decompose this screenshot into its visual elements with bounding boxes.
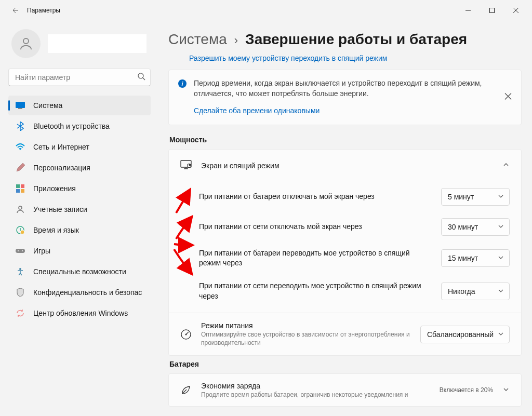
- nav-gaming[interactable]: Игры: [8, 241, 151, 261]
- bluetooth-icon: [16, 122, 25, 131]
- battery-saver-panel: Экономия заряда Продлите время работы ба…: [168, 373, 522, 407]
- nav-windows-update[interactable]: Центр обновления Windows: [8, 303, 151, 323]
- setting-row: При питании от батареи переводить мое ус…: [180, 242, 510, 275]
- nav-apps[interactable]: Приложения: [8, 179, 151, 198]
- minimize-button[interactable]: [456, 2, 480, 19]
- search: [8, 69, 151, 86]
- nav-network[interactable]: Сеть и Интернет: [8, 137, 151, 157]
- back-button[interactable]: [4, 2, 25, 19]
- apps-icon: [16, 184, 25, 193]
- sleep-battery-dropdown[interactable]: 15 минут: [441, 249, 510, 267]
- info-action-link[interactable]: Сделайте оба времени одинаковыми: [194, 106, 512, 116]
- nav-label: Время и язык: [33, 226, 79, 234]
- chevron-up-icon: [502, 161, 510, 170]
- update-icon: [16, 308, 25, 318]
- wifi-icon: [16, 142, 25, 152]
- nav-time-language[interactable]: Время и язык: [8, 220, 151, 240]
- screen-sleep-header[interactable]: Экран и спящий режим: [169, 150, 521, 182]
- chevron-down-icon: [498, 287, 504, 296]
- breadcrumb: Система › Завершение работы и батарея: [168, 31, 522, 48]
- svg-rect-6: [16, 184, 20, 188]
- nav-label: Сеть и Интернет: [33, 143, 89, 151]
- info-icon: i: [178, 79, 187, 88]
- nav-system[interactable]: Система: [8, 96, 151, 115]
- system-icon: [16, 101, 25, 110]
- setting-row: При питании от батареи отключать мой экр…: [180, 182, 510, 212]
- svg-point-16: [19, 268, 21, 270]
- screen-sleep-panel: Экран и спящий режим: [168, 149, 522, 356]
- nav-label: Приложения: [33, 184, 76, 193]
- svg-rect-9: [21, 189, 24, 193]
- setting-label: При питании от батареи переводить мое ус…: [180, 248, 433, 269]
- svg-point-12: [20, 230, 24, 234]
- window-title: Параметры: [27, 7, 60, 14]
- setting-list: При питании от батареи отключать мой экр…: [169, 182, 521, 313]
- avatar: [11, 29, 41, 58]
- nav-accessibility[interactable]: Специальные возможности: [8, 262, 151, 281]
- svg-rect-13: [16, 249, 25, 253]
- nav-label: Система: [33, 101, 62, 110]
- page-title: Завершение работы и батарея: [245, 31, 467, 48]
- svg-point-20: [185, 333, 187, 335]
- battery-saver-header[interactable]: Экономия заряда Продлите время работы ба…: [169, 374, 521, 406]
- nav-accounts[interactable]: Учетные записи: [8, 199, 151, 219]
- setting-label: При питании от сети переводить мое устро…: [180, 281, 433, 301]
- svg-rect-4: [18, 108, 22, 109]
- close-button[interactable]: [504, 2, 528, 19]
- screen-icon: [180, 160, 192, 171]
- svg-point-10: [19, 206, 22, 209]
- info-text: Период времени, когда экран выключается …: [194, 79, 482, 98]
- maximize-button[interactable]: [480, 2, 504, 19]
- nav-label: Учетные записи: [33, 205, 87, 213]
- breadcrumb-parent[interactable]: Система: [168, 31, 227, 48]
- chevron-down-icon: [498, 254, 504, 262]
- breadcrumb-separator: ›: [234, 34, 238, 47]
- screen-off-plugged-dropdown[interactable]: 30 минут: [441, 218, 510, 236]
- gauge-icon: [180, 329, 192, 340]
- svg-rect-8: [16, 189, 20, 193]
- gamepad-icon: [16, 246, 25, 256]
- battery-saver-title: Экономия заряда: [201, 382, 430, 390]
- chevron-down-icon: [498, 223, 504, 231]
- power-mode-dropdown[interactable]: Сбалансированный: [420, 326, 510, 343]
- dropdown-value: 5 минут: [448, 193, 474, 201]
- svg-rect-3: [16, 102, 25, 108]
- nav-label: Центр обновления Windows: [33, 309, 128, 317]
- chevron-down-icon: [498, 193, 504, 201]
- search-icon: [137, 72, 145, 82]
- chevron-down-icon: [502, 386, 510, 395]
- nav-label: Bluetooth и устройства: [33, 122, 110, 130]
- allow-sleep-link[interactable]: Разрешить моему устройству переходить в …: [189, 54, 387, 62]
- nav-label: Персонализация: [33, 164, 90, 172]
- sleep-plugged-dropdown[interactable]: Никогда: [441, 283, 510, 300]
- clock-icon: [16, 225, 25, 235]
- info-card: i Период времени, когда экран выключаетс…: [168, 70, 522, 125]
- nav-label: Игры: [33, 247, 50, 255]
- battery-saver-status: Включается в 20%: [440, 386, 493, 394]
- nav-privacy[interactable]: Конфиденциальность и безопас: [8, 283, 151, 302]
- nav-bluetooth[interactable]: Bluetooth и устройства: [8, 116, 151, 136]
- nav-personalization[interactable]: Персонализация: [8, 158, 151, 178]
- brush-icon: [16, 163, 25, 172]
- setting-label: При питании от батареи отключать мой экр…: [180, 192, 433, 202]
- setting-label: При питании от сети отключать мой экран …: [180, 222, 433, 232]
- svg-rect-7: [21, 184, 24, 188]
- profile[interactable]: [8, 25, 151, 69]
- section-battery: Батарея: [169, 360, 522, 368]
- power-mode-subtitle: Оптимизируйте свое устройство в зависимо…: [201, 331, 411, 347]
- nav-label: Конфиденциальность и безопас: [33, 288, 142, 297]
- sidebar: Система Bluetooth и устройства Сеть и Ин…: [0, 21, 156, 416]
- accounts-icon: [16, 205, 25, 214]
- svg-rect-0: [490, 8, 495, 13]
- shield-icon: [16, 288, 25, 297]
- dropdown-value: 15 минут: [448, 254, 478, 262]
- search-input[interactable]: [8, 69, 151, 86]
- info-close-button[interactable]: [504, 93, 512, 102]
- dropdown-value: 30 минут: [448, 223, 478, 231]
- screen-off-battery-dropdown[interactable]: 5 минут: [441, 188, 510, 206]
- nav-label: Специальные возможности: [33, 267, 126, 276]
- power-mode-title: Режим питания: [201, 321, 411, 330]
- battery-saver-subtitle: Продлите время работы батареи, ограничив…: [201, 391, 430, 399]
- dropdown-value: Никогда: [448, 287, 475, 296]
- power-mode-row[interactable]: Режим питания Оптимизируйте свое устройс…: [169, 313, 521, 355]
